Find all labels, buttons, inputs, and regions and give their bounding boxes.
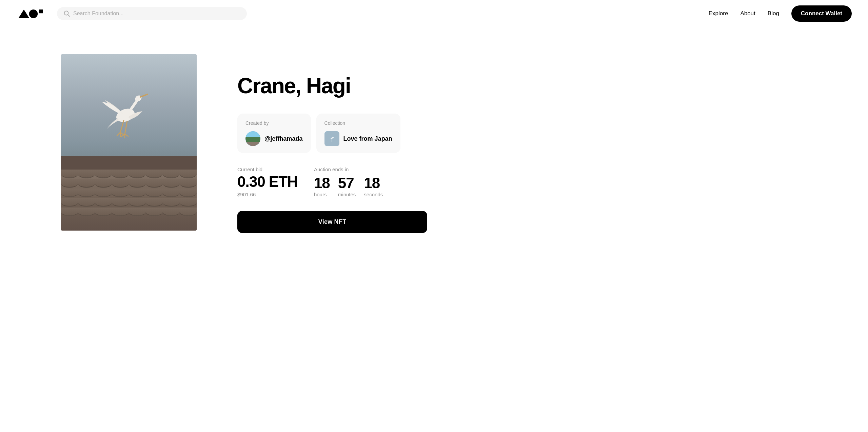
nft-image-background	[61, 54, 197, 231]
foundation-logo-icon	[16, 7, 43, 20]
bid-section: Current bid 0.30 ETH $901.66	[237, 166, 298, 197]
tile-row-1	[61, 170, 197, 179]
countdown-minutes: 57 minutes	[338, 175, 356, 197]
avatar	[245, 131, 260, 146]
collection-card: Collection Love from Japan	[316, 114, 400, 153]
hours-unit: hours	[314, 192, 327, 197]
tile-row-3	[61, 189, 197, 198]
creator-inner[interactable]: @jeffhamada	[245, 131, 303, 146]
svg-line-8	[120, 120, 124, 132]
svg-marker-0	[18, 9, 29, 18]
bid-usd-amount: $901.66	[237, 192, 298, 197]
roof-area	[61, 163, 197, 231]
collection-thumb-icon	[324, 131, 339, 146]
nft-title: Crane, Hagi	[237, 75, 427, 97]
nft-image	[61, 54, 197, 231]
view-nft-button[interactable]: View NFT	[237, 211, 427, 233]
seconds-value: 18	[364, 175, 380, 191]
svg-rect-2	[39, 9, 43, 13]
current-bid-label: Current bid	[237, 166, 298, 172]
seconds-unit: seconds	[364, 192, 383, 197]
avatar-image	[245, 131, 260, 146]
nft-image-section	[61, 54, 197, 231]
svg-line-4	[68, 15, 70, 16]
creator-card: Created by @jeffhamada	[237, 114, 311, 153]
bid-auction-row: Current bid 0.30 ETH $901.66 Auction end…	[237, 166, 427, 197]
nav-about[interactable]: About	[740, 10, 755, 17]
nav-links: Explore About Blog Connect Wallet	[709, 5, 852, 22]
countdown-row: 18 hours 57 minutes 18 seconds	[314, 175, 383, 197]
collection-inner[interactable]: Love from Japan	[324, 131, 392, 146]
minutes-unit: minutes	[338, 192, 356, 197]
collection-label: Collection	[324, 120, 392, 126]
creator-handle[interactable]: @jeffhamada	[264, 135, 303, 142]
collection-thumbnail	[324, 131, 339, 146]
connect-wallet-button[interactable]: Connect Wallet	[791, 5, 852, 22]
minutes-value: 57	[338, 175, 354, 191]
search-input[interactable]	[73, 11, 240, 17]
search-icon	[64, 11, 70, 17]
tile-row-5	[61, 208, 197, 217]
created-by-label: Created by	[245, 120, 303, 126]
main-content: Crane, Hagi Created by @jeffhamada Colle…	[0, 27, 868, 253]
collection-name[interactable]: Love from Japan	[343, 135, 392, 142]
nav-blog[interactable]: Blog	[768, 10, 779, 17]
svg-line-7	[140, 94, 147, 97]
roof-ridge	[61, 156, 197, 170]
svg-point-1	[29, 9, 38, 18]
tile-row-4	[61, 198, 197, 208]
search-wrapper[interactable]	[57, 7, 247, 20]
creator-collection-row: Created by @jeffhamada Collection	[237, 114, 427, 153]
auction-ends-label: Auction ends in	[314, 166, 383, 172]
crane-illustration	[98, 81, 153, 142]
countdown-seconds: 18 seconds	[364, 175, 383, 197]
svg-line-9	[125, 121, 127, 134]
hours-value: 18	[314, 175, 330, 191]
nft-details: Crane, Hagi Created by @jeffhamada Colle…	[237, 54, 427, 233]
countdown-hours: 18 hours	[314, 175, 330, 197]
auction-section: Auction ends in 18 hours 57 minutes 18 s…	[314, 166, 383, 197]
search-bar	[57, 7, 247, 20]
bid-eth-amount: 0.30 ETH	[237, 174, 298, 190]
logo[interactable]	[16, 7, 43, 20]
tile-row-2	[61, 179, 197, 189]
header: Explore About Blog Connect Wallet	[0, 0, 868, 27]
nav-explore[interactable]: Explore	[709, 10, 728, 17]
